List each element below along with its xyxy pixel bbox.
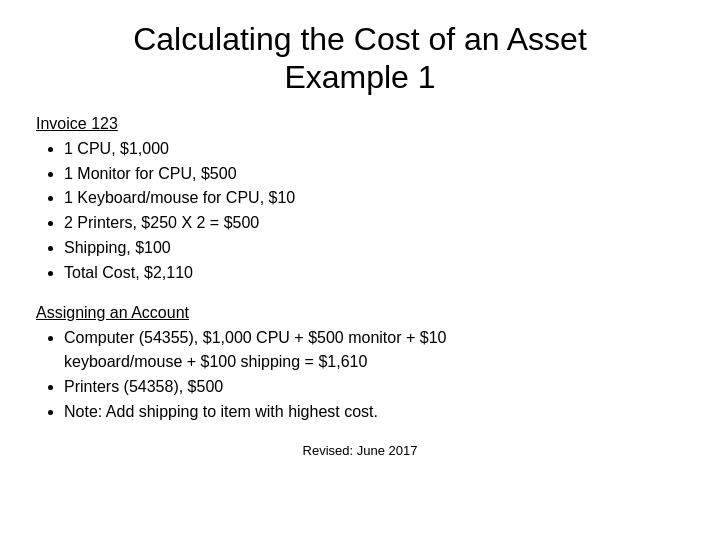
title-line2: Example 1 [284, 59, 435, 95]
page-title: Calculating the Cost of an Asset Example… [36, 20, 684, 97]
list-item: 1 CPU, $1,000 [64, 137, 684, 162]
account-item-continuation: keyboard/mouse + $100 shipping = $1,610 [64, 353, 367, 370]
list-item: Shipping, $100 [64, 236, 684, 261]
account-list: Computer (54355), $1,000 CPU + $500 moni… [36, 326, 684, 425]
invoice-label: Invoice 123 [36, 115, 684, 133]
list-item: Printers (54358), $500 [64, 375, 684, 400]
title-line1: Calculating the Cost of an Asset [133, 21, 587, 57]
list-item: Total Cost, $2,110 [64, 261, 684, 286]
list-item: 1 Monitor for CPU, $500 [64, 162, 684, 187]
assigning-label: Assigning an Account [36, 304, 684, 322]
invoice-list: 1 CPU, $1,000 1 Monitor for CPU, $500 1 … [36, 137, 684, 286]
list-item: Computer (54355), $1,000 CPU + $500 moni… [64, 326, 684, 376]
page: Calculating the Cost of an Asset Example… [0, 0, 720, 540]
footnote: Revised: June 2017 [36, 443, 684, 458]
list-item: Note: Add shipping to item with highest … [64, 400, 684, 425]
list-item: 1 Keyboard/mouse for CPU, $10 [64, 186, 684, 211]
account-item-main: Computer (54355), $1,000 CPU + $500 moni… [64, 329, 446, 346]
list-item: 2 Printers, $250 X 2 = $500 [64, 211, 684, 236]
